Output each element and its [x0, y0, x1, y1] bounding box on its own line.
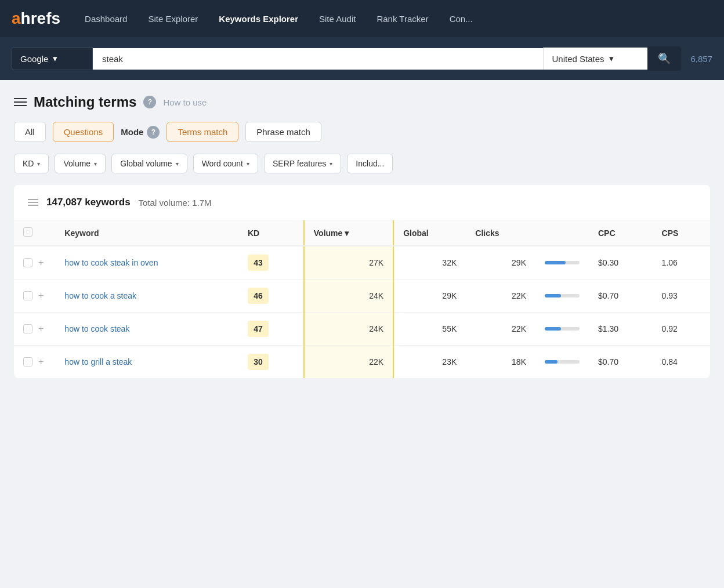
- country-select[interactable]: United States ▾: [543, 48, 647, 70]
- clicks-bar: [545, 360, 558, 364]
- volume-cell: 22K: [304, 346, 393, 379]
- cps-cell: 0.93: [653, 280, 710, 313]
- nav-item-site-audit[interactable]: Site Audit: [311, 9, 364, 28]
- nav-item-site-explorer[interactable]: Site Explorer: [140, 9, 206, 28]
- logo-hrefs: hrefs: [21, 9, 60, 28]
- sidebar-toggle[interactable]: [14, 98, 27, 106]
- kd-badge: 43: [248, 255, 269, 271]
- mode-label: Mode ?: [121, 126, 160, 139]
- navigation: a hrefs Dashboard Site Explorer Keywords…: [0, 0, 724, 37]
- keyword-link[interactable]: how to cook steak: [64, 324, 129, 333]
- keyword-link[interactable]: how to grill a steak: [64, 357, 132, 366]
- nav-item-more[interactable]: Con...: [441, 9, 481, 28]
- include-filter[interactable]: Includ...: [347, 154, 393, 173]
- th-global[interactable]: Global: [393, 220, 466, 246]
- results-volume: Total volume: 1.7M: [139, 198, 212, 208]
- logo[interactable]: a hrefs: [12, 9, 60, 28]
- keyword-link[interactable]: how to cook a steak: [64, 291, 136, 300]
- country-chevron-icon: ▾: [609, 53, 614, 64]
- page-title: Matching terms: [34, 94, 136, 110]
- table-row: + how to cook steak 47 24K 55K 22K $1.30…: [14, 313, 710, 346]
- global-volume-chevron-icon: ▾: [176, 161, 179, 167]
- tab-terms-match[interactable]: Terms match: [166, 122, 238, 142]
- clicks-bar-cell: [535, 346, 589, 379]
- row-actions: +: [23, 357, 46, 367]
- tab-questions[interactable]: Questions: [53, 122, 114, 142]
- serp-chevron-icon: ▾: [330, 161, 332, 167]
- clicks-cell: 29K: [466, 246, 535, 280]
- volume-chevron-icon: ▾: [94, 161, 97, 167]
- tab-phrase-match[interactable]: Phrase match: [245, 122, 321, 142]
- drag-handle[interactable]: [28, 199, 38, 206]
- engine-label: Google: [20, 54, 48, 64]
- kd-cell: 43: [238, 246, 304, 280]
- th-volume[interactable]: Volume ▾: [304, 220, 393, 246]
- nav-item-rank-tracker[interactable]: Rank Tracker: [368, 9, 436, 28]
- clicks-bar-background: [545, 294, 580, 297]
- nav-item-dashboard[interactable]: Dashboard: [77, 9, 135, 28]
- results-section: 147,087 keywords Total volume: 1.7M Keyw…: [14, 185, 710, 378]
- clicks-bar-cell: [535, 313, 589, 346]
- row-checkbox[interactable]: [23, 324, 32, 333]
- results-header: 147,087 keywords Total volume: 1.7M: [14, 185, 710, 220]
- keyword-link[interactable]: how to cook steak in oven: [64, 258, 158, 267]
- row-checkbox[interactable]: [23, 357, 32, 366]
- row-checkbox-cell: +: [14, 313, 55, 346]
- search-count: 6,857: [690, 54, 712, 64]
- th-keyword[interactable]: Keyword: [55, 220, 238, 246]
- row-checkbox[interactable]: [23, 291, 32, 300]
- cps-cell: 0.92: [653, 313, 710, 346]
- th-cps[interactable]: CPS: [653, 220, 710, 246]
- serp-features-filter[interactable]: SERP features ▾: [264, 154, 341, 173]
- global-cell: 29K: [393, 280, 466, 313]
- kd-badge: 46: [248, 288, 269, 304]
- cpc-cell: $0.70: [589, 346, 653, 379]
- keywords-table: Keyword KD Volume ▾ Global Clicks CPC CP…: [14, 220, 710, 378]
- help-icon[interactable]: ?: [143, 96, 156, 108]
- table-wrapper: Keyword KD Volume ▾ Global Clicks CPC CP…: [14, 220, 710, 378]
- volume-cell: 27K: [304, 246, 393, 280]
- search-button[interactable]: 🔍: [647, 46, 681, 71]
- kd-cell: 30: [238, 346, 304, 379]
- kd-filter[interactable]: KD ▾: [14, 154, 49, 173]
- word-count-filter[interactable]: Word count ▾: [193, 154, 258, 173]
- kd-badge: 47: [248, 321, 269, 337]
- results-count: 147,087 keywords: [46, 197, 131, 208]
- global-cell: 55K: [393, 313, 466, 346]
- volume-cell: 24K: [304, 280, 393, 313]
- row-actions: +: [23, 257, 46, 268]
- add-keyword-button[interactable]: +: [36, 324, 46, 334]
- row-checkbox-cell: +: [14, 280, 55, 313]
- global-cell: 32K: [393, 246, 466, 280]
- table-row: + how to cook a steak 46 24K 29K 22K $0.…: [14, 280, 710, 313]
- keyword-cell: how to cook a steak: [55, 280, 238, 313]
- clicks-bar: [545, 294, 561, 297]
- word-count-chevron-icon: ▾: [247, 161, 249, 167]
- th-clicks[interactable]: Clicks: [466, 220, 535, 246]
- row-checkbox[interactable]: [23, 258, 32, 267]
- th-cpc[interactable]: CPC: [589, 220, 653, 246]
- tab-all[interactable]: All: [14, 122, 46, 142]
- dropdown-filter-row: KD ▾ Volume ▾ Global volume ▾ Word count…: [14, 154, 710, 173]
- page-header: Matching terms ? How to use: [14, 94, 710, 110]
- clicks-bar: [545, 261, 566, 264]
- engine-chevron-icon: ▾: [53, 53, 57, 64]
- global-cell: 23K: [393, 346, 466, 379]
- engine-select[interactable]: Google ▾: [12, 47, 93, 70]
- global-volume-filter[interactable]: Global volume ▾: [111, 154, 187, 173]
- nav-item-keywords-explorer[interactable]: Keywords Explorer: [211, 9, 306, 28]
- th-kd[interactable]: KD: [238, 220, 304, 246]
- select-all-checkbox[interactable]: [23, 227, 32, 237]
- search-bar: Google ▾ United States ▾ 🔍 6,857: [0, 37, 724, 80]
- cps-cell: 1.06: [653, 246, 710, 280]
- volume-filter[interactable]: Volume ▾: [55, 154, 106, 173]
- table-header-row: Keyword KD Volume ▾ Global Clicks CPC CP…: [14, 220, 710, 246]
- add-keyword-button[interactable]: +: [36, 257, 46, 268]
- add-keyword-button[interactable]: +: [36, 357, 46, 367]
- how-to-use-link[interactable]: How to use: [163, 97, 207, 107]
- clicks-bar-background: [545, 360, 580, 364]
- mode-help-icon[interactable]: ?: [147, 126, 160, 139]
- add-keyword-button[interactable]: +: [36, 291, 46, 301]
- search-icon: 🔍: [658, 52, 671, 65]
- search-input[interactable]: [93, 48, 543, 70]
